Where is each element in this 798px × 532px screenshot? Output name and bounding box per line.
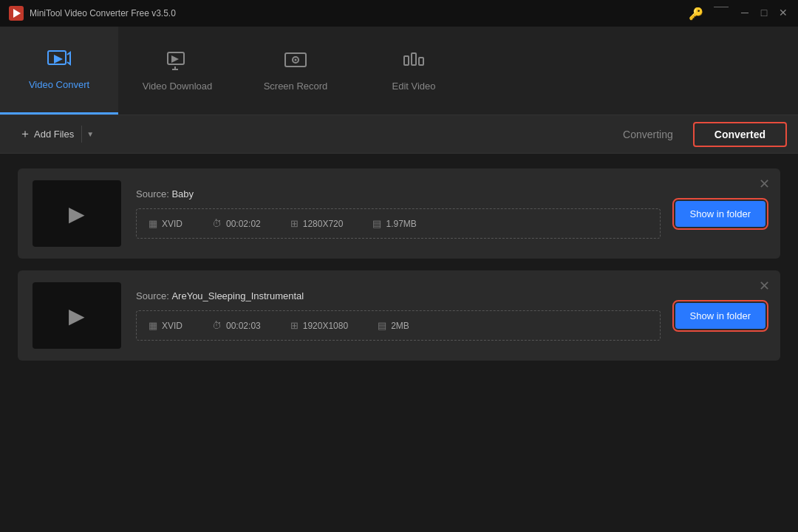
duration-icon-1: ⏱ [212, 218, 222, 229]
nav-screen-record-label: Screen Record [264, 81, 328, 92]
video-info-1: Source: Baby ▦ XVID ⏱ 00:02:02 ⊞ 1280X72… [136, 188, 661, 239]
svg-rect-9 [404, 56, 409, 65]
filesize-value-1: 1.97MB [386, 219, 416, 229]
source-label-2: Source: [136, 290, 171, 301]
resolution-2: ⊞ 1920X1080 [290, 320, 348, 331]
key-icon[interactable]: 🔑 [689, 7, 703, 21]
tab-group: Converting Converted [602, 123, 786, 146]
format-icon-1: ▦ [149, 218, 157, 229]
resolution-icon-2: ⊞ [290, 320, 299, 331]
video-card-2: ✕ ▶ Source: AreYou_Sleeping_Instrumental… [18, 270, 780, 361]
close-item-1-button[interactable]: ✕ [759, 177, 770, 191]
window-controls: 🔑 ─ □ ✕ [689, 7, 789, 21]
divider [714, 7, 729, 7]
source-line-2: Source: AreYou_Sleeping_Instrumental [136, 290, 661, 301]
filesize-icon-1: ▤ [372, 218, 381, 229]
titlebar: MiniTool Video Converter Free v3.5.0 🔑 ─… [0, 0, 798, 27]
add-files-label: Add Files [34, 129, 74, 140]
source-line-1: Source: Baby [136, 188, 661, 200]
source-label-1: Source: [136, 188, 171, 200]
filesize-icon-2: ▤ [378, 320, 386, 331]
meta-row-1: ▦ XVID ⏱ 00:02:02 ⊞ 1280X720 ▤ 1.97MB [136, 208, 661, 239]
add-files-dropdown[interactable]: ▼ [81, 126, 98, 143]
nav-video-convert-label: Video Convert [29, 79, 89, 90]
close-item-2-button[interactable]: ✕ [759, 279, 770, 293]
resolution-1: ⊞ 1280X720 [290, 218, 344, 229]
add-files-button[interactable]: ＋ Add Files [12, 122, 81, 146]
show-folder-button-1[interactable]: Show in folder [675, 201, 765, 227]
format-icon-2: ▦ [149, 320, 157, 331]
video-card-1: ✕ ▶ Source: Baby ▦ XVID ⏱ 00:02:02 ⊞ [18, 168, 780, 259]
nav-video-download-label: Video Download [143, 81, 212, 92]
nav-screen-record[interactable]: Screen Record [236, 27, 355, 115]
format-1: ▦ XVID [149, 218, 183, 229]
duration-2: ⏱ 00:02:03 [212, 320, 261, 331]
nav-video-download[interactable]: Video Download [118, 27, 236, 115]
svg-rect-10 [412, 53, 416, 65]
navbar: Video Convert Video Download Screen Reco… [0, 27, 798, 115]
source-name-1: Baby [171, 188, 194, 200]
svg-point-8 [295, 58, 297, 61]
nav-edit-video-label: Edit Video [392, 81, 435, 92]
video-info-2: Source: AreYou_Sleeping_Instrumental ▦ X… [136, 290, 661, 341]
converted-tab[interactable]: Converted [694, 123, 786, 146]
add-files-icon: ＋ [19, 126, 31, 142]
video-thumb-1[interactable]: ▶ [33, 180, 121, 247]
show-folder-button-2[interactable]: Show in folder [675, 303, 765, 329]
meta-row-2: ▦ XVID ⏱ 00:02:03 ⊞ 1920X1080 ▤ 2MB [136, 310, 661, 341]
source-name-2: AreYou_Sleeping_Instrumental [171, 290, 304, 301]
nav-edit-video[interactable]: Edit Video [355, 27, 473, 115]
filesize-1: ▤ 1.97MB [372, 218, 416, 229]
filesize-2: ▤ 2MB [378, 320, 409, 331]
app-title: MiniTool Video Converter Free v3.5.0 [30, 8, 689, 18]
duration-value-1: 00:02:02 [226, 219, 261, 229]
app-logo [9, 6, 24, 21]
close-button[interactable]: ✕ [777, 7, 789, 18]
restore-button[interactable]: □ [758, 7, 770, 18]
resolution-value-2: 1920X1080 [303, 321, 348, 331]
format-2: ▦ XVID [149, 320, 183, 331]
nav-video-convert[interactable]: Video Convert [0, 27, 118, 115]
video-thumb-2[interactable]: ▶ [33, 282, 121, 349]
video-convert-icon [47, 49, 72, 73]
video-download-icon [165, 50, 190, 75]
duration-1: ⏱ 00:02:02 [212, 218, 261, 229]
toolbar: ＋ Add Files ▼ Converting Converted [0, 115, 798, 154]
svg-marker-3 [54, 55, 63, 64]
minimize-button[interactable]: ─ [739, 7, 751, 18]
converting-tab[interactable]: Converting [602, 123, 694, 146]
svg-marker-5 [171, 55, 179, 63]
svg-rect-11 [419, 58, 423, 65]
filesize-value-2: 2MB [391, 321, 409, 331]
edit-video-icon [401, 50, 426, 75]
format-value-2: XVID [162, 321, 183, 331]
resolution-icon-1: ⊞ [290, 218, 299, 229]
screen-record-icon [283, 50, 308, 75]
duration-value-2: 00:02:03 [226, 321, 261, 331]
main-content: ✕ ▶ Source: Baby ▦ XVID ⏱ 00:02:02 ⊞ [0, 154, 798, 375]
duration-icon-2: ⏱ [212, 320, 222, 331]
resolution-value-1: 1280X720 [303, 219, 344, 229]
format-value-1: XVID [162, 219, 183, 229]
play-icon-2: ▶ [69, 304, 85, 328]
play-icon-1: ▶ [69, 202, 85, 226]
